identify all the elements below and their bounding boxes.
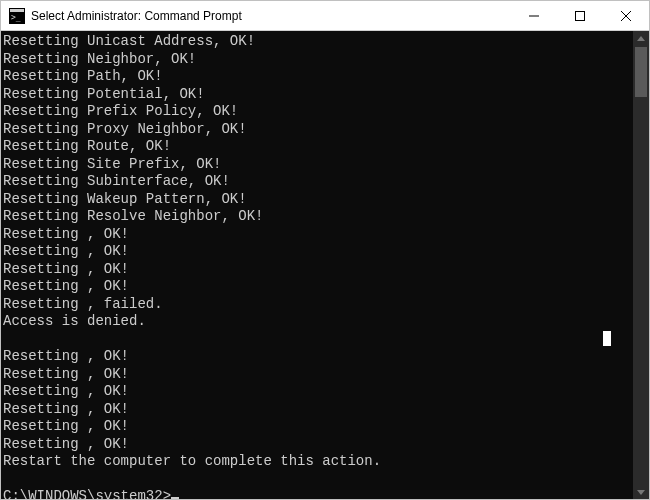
console-line: Resetting , OK! [3, 383, 629, 401]
selection-cursor [603, 331, 611, 346]
console-line: Resetting , OK! [3, 278, 629, 296]
console-line: Resetting Subinterface, OK! [3, 173, 629, 191]
prompt-line[interactable]: C:\WINDOWS\system32> [3, 488, 629, 500]
console-line [3, 471, 629, 489]
console-line: Resetting Potential, OK! [3, 86, 629, 104]
console-line: Resetting , OK! [3, 418, 629, 436]
console-line: Resetting Proxy Neighbor, OK! [3, 121, 629, 139]
cmd-icon: >_ [9, 8, 25, 24]
close-button[interactable] [603, 1, 649, 31]
console-line: Resetting Unicast Address, OK! [3, 33, 629, 51]
maximize-button[interactable] [557, 1, 603, 31]
console-line: Resetting , OK! [3, 348, 629, 366]
titlebar[interactable]: >_ Select Administrator: Command Prompt [1, 1, 649, 31]
console-output[interactable]: Resetting Unicast Address, OK!Resetting … [1, 31, 633, 500]
console-line: Resetting Wakeup Pattern, OK! [3, 191, 629, 209]
svg-rect-1 [10, 9, 24, 12]
svg-rect-3 [529, 15, 539, 16]
console-line: Resetting Site Prefix, OK! [3, 156, 629, 174]
console-area[interactable]: Resetting Unicast Address, OK!Resetting … [1, 31, 649, 500]
console-line: Resetting Resolve Neighbor, OK! [3, 208, 629, 226]
console-line: Resetting Neighbor, OK! [3, 51, 629, 69]
console-line [3, 331, 629, 349]
console-line: Resetting Route, OK! [3, 138, 629, 156]
console-line: Access is denied. [3, 313, 629, 331]
console-line: Resetting , OK! [3, 226, 629, 244]
svg-text:>_: >_ [11, 13, 21, 22]
console-line: Resetting , failed. [3, 296, 629, 314]
console-line: Resetting , OK! [3, 261, 629, 279]
console-line: Resetting , OK! [3, 366, 629, 384]
minimize-button[interactable] [511, 1, 557, 31]
console-line: Resetting , OK! [3, 436, 629, 454]
console-line: Restart the computer to complete this ac… [3, 453, 629, 471]
scroll-thumb[interactable] [635, 47, 647, 97]
console-line: Resetting Path, OK! [3, 68, 629, 86]
scrollbar-vertical[interactable] [633, 31, 649, 500]
console-line: Resetting , OK! [3, 243, 629, 261]
console-line: Resetting , OK! [3, 401, 629, 419]
svg-rect-4 [576, 11, 585, 20]
window-title: Select Administrator: Command Prompt [31, 9, 242, 23]
console-line: Resetting Prefix Policy, OK! [3, 103, 629, 121]
